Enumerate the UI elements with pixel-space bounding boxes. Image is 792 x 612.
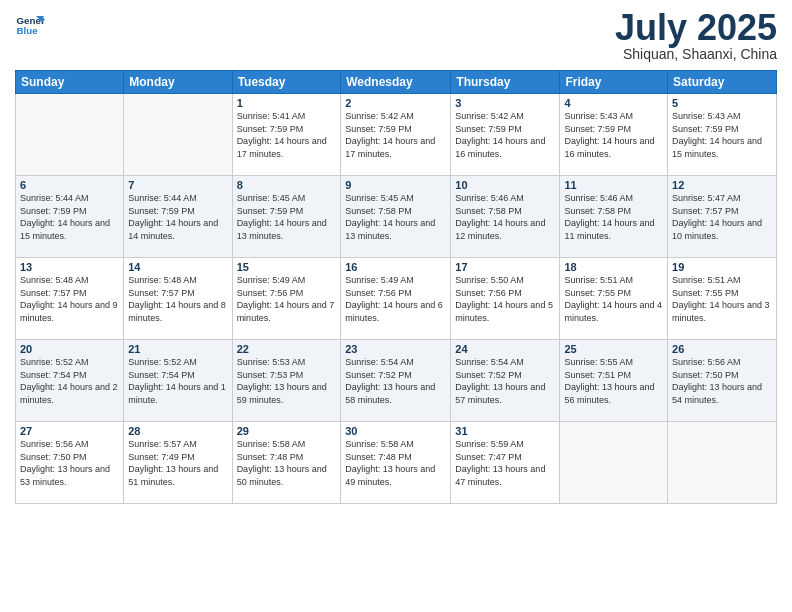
table-row: 14Sunrise: 5:48 AM Sunset: 7:57 PM Dayli… xyxy=(124,258,232,340)
table-row: 28Sunrise: 5:57 AM Sunset: 7:49 PM Dayli… xyxy=(124,422,232,504)
calendar-week-row: 20Sunrise: 5:52 AM Sunset: 7:54 PM Dayli… xyxy=(16,340,777,422)
table-row: 8Sunrise: 5:45 AM Sunset: 7:59 PM Daylig… xyxy=(232,176,341,258)
month-title: July 2025 xyxy=(615,10,777,46)
table-row: 2Sunrise: 5:42 AM Sunset: 7:59 PM Daylig… xyxy=(341,94,451,176)
day-info: Sunrise: 5:57 AM Sunset: 7:49 PM Dayligh… xyxy=(128,438,227,488)
day-number: 22 xyxy=(237,343,337,355)
table-row xyxy=(560,422,668,504)
table-row: 9Sunrise: 5:45 AM Sunset: 7:58 PM Daylig… xyxy=(341,176,451,258)
table-row: 7Sunrise: 5:44 AM Sunset: 7:59 PM Daylig… xyxy=(124,176,232,258)
table-row xyxy=(16,94,124,176)
day-number: 11 xyxy=(564,179,663,191)
header-sunday: Sunday xyxy=(16,71,124,94)
day-info: Sunrise: 5:53 AM Sunset: 7:53 PM Dayligh… xyxy=(237,356,337,406)
header-saturday: Saturday xyxy=(668,71,777,94)
table-row: 31Sunrise: 5:59 AM Sunset: 7:47 PM Dayli… xyxy=(451,422,560,504)
day-info: Sunrise: 5:46 AM Sunset: 7:58 PM Dayligh… xyxy=(455,192,555,242)
header-wednesday: Wednesday xyxy=(341,71,451,94)
header-thursday: Thursday xyxy=(451,71,560,94)
day-info: Sunrise: 5:51 AM Sunset: 7:55 PM Dayligh… xyxy=(564,274,663,324)
day-info: Sunrise: 5:52 AM Sunset: 7:54 PM Dayligh… xyxy=(128,356,227,406)
table-row: 5Sunrise: 5:43 AM Sunset: 7:59 PM Daylig… xyxy=(668,94,777,176)
day-number: 10 xyxy=(455,179,555,191)
day-number: 20 xyxy=(20,343,119,355)
day-number: 2 xyxy=(345,97,446,109)
day-number: 27 xyxy=(20,425,119,437)
logo: General Blue xyxy=(15,10,45,40)
table-row: 23Sunrise: 5:54 AM Sunset: 7:52 PM Dayli… xyxy=(341,340,451,422)
header-friday: Friday xyxy=(560,71,668,94)
table-row: 27Sunrise: 5:56 AM Sunset: 7:50 PM Dayli… xyxy=(16,422,124,504)
day-number: 9 xyxy=(345,179,446,191)
day-info: Sunrise: 5:43 AM Sunset: 7:59 PM Dayligh… xyxy=(672,110,772,160)
table-row: 15Sunrise: 5:49 AM Sunset: 7:56 PM Dayli… xyxy=(232,258,341,340)
day-number: 17 xyxy=(455,261,555,273)
table-row: 30Sunrise: 5:58 AM Sunset: 7:48 PM Dayli… xyxy=(341,422,451,504)
table-row: 22Sunrise: 5:53 AM Sunset: 7:53 PM Dayli… xyxy=(232,340,341,422)
day-number: 12 xyxy=(672,179,772,191)
day-number: 6 xyxy=(20,179,119,191)
day-info: Sunrise: 5:51 AM Sunset: 7:55 PM Dayligh… xyxy=(672,274,772,324)
day-info: Sunrise: 5:49 AM Sunset: 7:56 PM Dayligh… xyxy=(345,274,446,324)
day-number: 4 xyxy=(564,97,663,109)
day-info: Sunrise: 5:46 AM Sunset: 7:58 PM Dayligh… xyxy=(564,192,663,242)
day-info: Sunrise: 5:54 AM Sunset: 7:52 PM Dayligh… xyxy=(345,356,446,406)
day-info: Sunrise: 5:42 AM Sunset: 7:59 PM Dayligh… xyxy=(345,110,446,160)
calendar-week-row: 13Sunrise: 5:48 AM Sunset: 7:57 PM Dayli… xyxy=(16,258,777,340)
table-row: 10Sunrise: 5:46 AM Sunset: 7:58 PM Dayli… xyxy=(451,176,560,258)
table-row xyxy=(124,94,232,176)
day-info: Sunrise: 5:49 AM Sunset: 7:56 PM Dayligh… xyxy=(237,274,337,324)
day-info: Sunrise: 5:42 AM Sunset: 7:59 PM Dayligh… xyxy=(455,110,555,160)
header-tuesday: Tuesday xyxy=(232,71,341,94)
day-number: 13 xyxy=(20,261,119,273)
header-monday: Monday xyxy=(124,71,232,94)
day-info: Sunrise: 5:45 AM Sunset: 7:58 PM Dayligh… xyxy=(345,192,446,242)
svg-text:Blue: Blue xyxy=(17,25,39,36)
day-number: 25 xyxy=(564,343,663,355)
table-row: 1Sunrise: 5:41 AM Sunset: 7:59 PM Daylig… xyxy=(232,94,341,176)
table-row xyxy=(668,422,777,504)
table-row: 4Sunrise: 5:43 AM Sunset: 7:59 PM Daylig… xyxy=(560,94,668,176)
day-number: 30 xyxy=(345,425,446,437)
day-info: Sunrise: 5:54 AM Sunset: 7:52 PM Dayligh… xyxy=(455,356,555,406)
day-info: Sunrise: 5:56 AM Sunset: 7:50 PM Dayligh… xyxy=(672,356,772,406)
day-number: 21 xyxy=(128,343,227,355)
table-row: 19Sunrise: 5:51 AM Sunset: 7:55 PM Dayli… xyxy=(668,258,777,340)
calendar-week-row: 6Sunrise: 5:44 AM Sunset: 7:59 PM Daylig… xyxy=(16,176,777,258)
day-number: 16 xyxy=(345,261,446,273)
day-info: Sunrise: 5:44 AM Sunset: 7:59 PM Dayligh… xyxy=(20,192,119,242)
day-info: Sunrise: 5:47 AM Sunset: 7:57 PM Dayligh… xyxy=(672,192,772,242)
day-info: Sunrise: 5:45 AM Sunset: 7:59 PM Dayligh… xyxy=(237,192,337,242)
day-number: 7 xyxy=(128,179,227,191)
day-number: 18 xyxy=(564,261,663,273)
calendar-week-row: 1Sunrise: 5:41 AM Sunset: 7:59 PM Daylig… xyxy=(16,94,777,176)
day-info: Sunrise: 5:44 AM Sunset: 7:59 PM Dayligh… xyxy=(128,192,227,242)
location: Shiquan, Shaanxi, China xyxy=(615,46,777,62)
day-number: 5 xyxy=(672,97,772,109)
day-number: 19 xyxy=(672,261,772,273)
table-row: 6Sunrise: 5:44 AM Sunset: 7:59 PM Daylig… xyxy=(16,176,124,258)
day-number: 8 xyxy=(237,179,337,191)
day-info: Sunrise: 5:58 AM Sunset: 7:48 PM Dayligh… xyxy=(345,438,446,488)
table-row: 16Sunrise: 5:49 AM Sunset: 7:56 PM Dayli… xyxy=(341,258,451,340)
day-info: Sunrise: 5:56 AM Sunset: 7:50 PM Dayligh… xyxy=(20,438,119,488)
table-row: 20Sunrise: 5:52 AM Sunset: 7:54 PM Dayli… xyxy=(16,340,124,422)
day-number: 31 xyxy=(455,425,555,437)
calendar: Sunday Monday Tuesday Wednesday Thursday… xyxy=(15,70,777,504)
day-number: 3 xyxy=(455,97,555,109)
calendar-week-row: 27Sunrise: 5:56 AM Sunset: 7:50 PM Dayli… xyxy=(16,422,777,504)
table-row: 18Sunrise: 5:51 AM Sunset: 7:55 PM Dayli… xyxy=(560,258,668,340)
day-info: Sunrise: 5:55 AM Sunset: 7:51 PM Dayligh… xyxy=(564,356,663,406)
table-row: 3Sunrise: 5:42 AM Sunset: 7:59 PM Daylig… xyxy=(451,94,560,176)
day-info: Sunrise: 5:52 AM Sunset: 7:54 PM Dayligh… xyxy=(20,356,119,406)
day-number: 24 xyxy=(455,343,555,355)
table-row: 24Sunrise: 5:54 AM Sunset: 7:52 PM Dayli… xyxy=(451,340,560,422)
day-number: 29 xyxy=(237,425,337,437)
day-number: 28 xyxy=(128,425,227,437)
table-row: 25Sunrise: 5:55 AM Sunset: 7:51 PM Dayli… xyxy=(560,340,668,422)
day-info: Sunrise: 5:50 AM Sunset: 7:56 PM Dayligh… xyxy=(455,274,555,324)
day-info: Sunrise: 5:41 AM Sunset: 7:59 PM Dayligh… xyxy=(237,110,337,160)
day-info: Sunrise: 5:48 AM Sunset: 7:57 PM Dayligh… xyxy=(20,274,119,324)
day-number: 26 xyxy=(672,343,772,355)
table-row: 29Sunrise: 5:58 AM Sunset: 7:48 PM Dayli… xyxy=(232,422,341,504)
